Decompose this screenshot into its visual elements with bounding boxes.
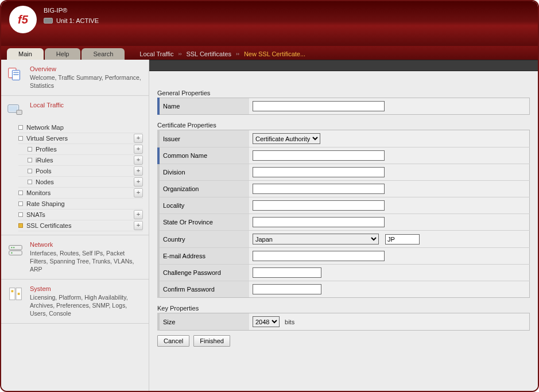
nav-ssl-certificates[interactable]: SSL Certificates+: [18, 220, 143, 231]
general-properties-title: General Properties: [157, 90, 530, 96]
nav-virtual-servers[interactable]: Virtual Servers+: [18, 133, 143, 144]
nav-nodes[interactable]: Nodes+: [18, 177, 143, 188]
svg-text:f5: f5: [18, 13, 29, 26]
issuer-label: Issuer: [158, 130, 249, 148]
general-properties-table: Name: [157, 98, 530, 115]
state-label: State Or Province: [158, 214, 249, 231]
nav-snats[interactable]: SNATs+: [18, 209, 143, 220]
finished-button[interactable]: Finished: [193, 335, 230, 347]
svg-rect-4: [13, 72, 18, 73]
country-label: Country: [158, 231, 249, 248]
sidebar-local-traffic: Local Traffic Network Map Virtual Server…: [1, 96, 149, 235]
section-bar: [149, 60, 538, 71]
division-input[interactable]: [253, 167, 385, 177]
svg-rect-14: [10, 288, 15, 300]
overview-desc: Welcome, Traffic Summary, Performance, S…: [30, 73, 143, 90]
certificate-properties-table: Issuer Certificate Authority Common Name…: [157, 130, 530, 298]
local-traffic-nav: Network Map Virtual Servers+ Profiles+ i…: [18, 122, 143, 231]
sidebar: Overview Welcome, Traffic Summary, Perfo…: [1, 60, 149, 391]
nav-pools[interactable]: Pools+: [18, 166, 143, 177]
network-icon: [7, 241, 25, 273]
breadcrumb-current: New SSL Certificate...: [244, 51, 305, 57]
svg-rect-17: [18, 293, 20, 295]
local-traffic-title: Local Traffic: [30, 102, 143, 108]
svg-rect-10: [9, 251, 22, 255]
organization-label: Organization: [158, 181, 249, 197]
size-suffix: bits: [285, 319, 294, 325]
f5-logo: f5: [9, 6, 37, 33]
system-desc: Licensing, Platform, High Availability, …: [30, 293, 143, 317]
breadcrumb: Local Traffic ›› SSL Certificates ›› New…: [139, 48, 305, 60]
button-row: Cancel Finished: [157, 335, 530, 347]
svg-rect-5: [13, 74, 18, 75]
country-code-input[interactable]: [385, 234, 420, 244]
challenge-password-label: Challenge Password: [158, 265, 249, 281]
cancel-button[interactable]: Cancel: [157, 335, 189, 347]
state-input[interactable]: [253, 217, 385, 227]
challenge-password-input[interactable]: [253, 267, 321, 278]
nav-irules[interactable]: iRules+: [18, 155, 143, 166]
plus-icon[interactable]: +: [134, 221, 143, 230]
size-label: Size: [158, 313, 249, 331]
plus-icon[interactable]: +: [134, 134, 143, 143]
overview-icon: [7, 65, 25, 90]
app-frame: f5 BIG-IP® Unit 1: ACTIVE Main Help Sear…: [0, 0, 539, 392]
name-input[interactable]: [253, 101, 385, 111]
network-title: Network: [30, 241, 143, 248]
svg-rect-16: [11, 290, 14, 292]
email-label: E-mail Address: [158, 248, 249, 265]
svg-point-12: [13, 247, 14, 248]
product-name: BIG-IP®: [44, 6, 99, 15]
overview-title: Overview: [30, 65, 143, 72]
sidebar-network[interactable]: Network Interfaces, Routes, Self IPs, Pa…: [1, 235, 149, 280]
sidebar-system[interactable]: System Licensing, Platform, High Availab…: [1, 280, 149, 324]
plus-icon[interactable]: +: [134, 156, 143, 165]
tab-search[interactable]: Search: [82, 48, 125, 60]
network-desc: Interfaces, Routes, Self IPs, Packet Fil…: [30, 249, 143, 273]
plus-icon[interactable]: +: [134, 166, 143, 176]
nav-network-map[interactable]: Network Map: [18, 122, 143, 133]
chevron-right-icon: ››: [236, 51, 239, 57]
country-select[interactable]: Japan: [253, 234, 379, 244]
tab-main[interactable]: Main: [7, 48, 44, 60]
plus-icon[interactable]: +: [134, 145, 143, 154]
locality-label: Locality: [158, 197, 249, 214]
organization-input[interactable]: [253, 184, 385, 194]
nav-monitors[interactable]: Monitors+: [18, 188, 143, 199]
certificate-properties-title: Certificate Properties: [157, 122, 530, 129]
header: f5 BIG-IP® Unit 1: ACTIVE: [1, 1, 538, 46]
confirm-password-label: Confirm Password: [158, 281, 249, 298]
svg-rect-9: [9, 246, 22, 250]
svg-point-13: [11, 253, 12, 254]
nav-rate-shaping[interactable]: Rate Shaping: [18, 199, 143, 209]
common-name-input[interactable]: [253, 150, 385, 161]
system-title: System: [30, 285, 143, 292]
key-properties-title: Key Properties: [157, 305, 530, 312]
svg-rect-8: [17, 110, 22, 115]
unit-status: Unit 1: ACTIVE: [56, 16, 99, 25]
plus-icon[interactable]: +: [134, 177, 143, 187]
confirm-password-input[interactable]: [253, 284, 321, 294]
plus-icon[interactable]: +: [134, 210, 143, 219]
key-properties-table: Size 2048 bits: [157, 313, 530, 331]
name-label: Name: [158, 98, 249, 115]
common-name-label: Common Name: [158, 148, 249, 164]
locality-input[interactable]: [253, 200, 385, 211]
size-select[interactable]: 2048: [253, 316, 280, 327]
unit-icon: [44, 18, 53, 24]
sidebar-overview[interactable]: Overview Welcome, Traffic Summary, Perfo…: [1, 60, 149, 96]
tab-help[interactable]: Help: [45, 48, 81, 60]
breadcrumb-local-traffic[interactable]: Local Traffic: [139, 51, 173, 57]
tab-row: Main Help Search Local Traffic ›› SSL Ce…: [1, 46, 538, 60]
issuer-select[interactable]: Certificate Authority: [253, 133, 320, 144]
system-icon: [7, 285, 25, 317]
svg-point-11: [11, 247, 12, 248]
chevron-right-icon: ››: [178, 51, 181, 57]
division-label: Division: [158, 164, 249, 181]
breadcrumb-ssl-certificates[interactable]: SSL Certificates: [186, 51, 231, 57]
main-panel: General Properties Name Certificate Prop…: [149, 60, 538, 391]
email-input[interactable]: [253, 251, 385, 261]
nav-profiles[interactable]: Profiles+: [18, 144, 143, 155]
plus-icon[interactable]: +: [134, 188, 143, 197]
local-traffic-icon: [7, 102, 25, 120]
